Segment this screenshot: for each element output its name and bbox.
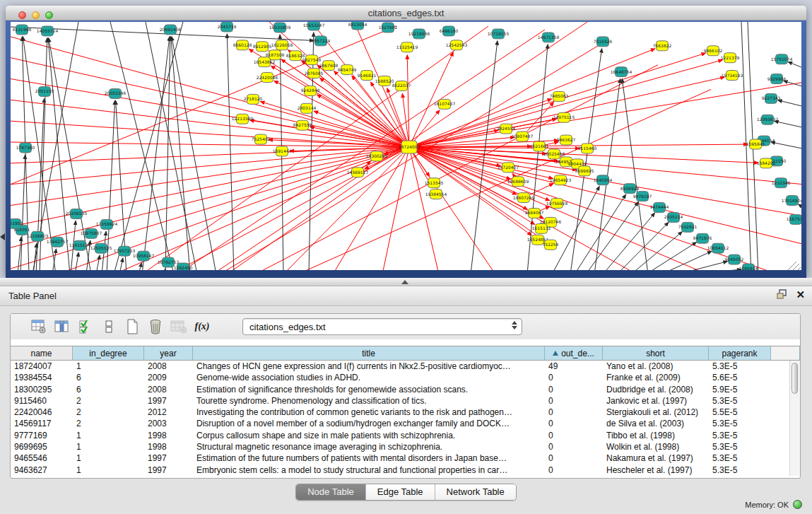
graph-edge bbox=[172, 37, 216, 270]
cell-short: Franke et al. (2009) bbox=[603, 372, 709, 383]
cell-title: Genome-wide association studies in ADHD. bbox=[193, 372, 545, 383]
new-column-icon[interactable] bbox=[124, 319, 141, 334]
cell-year: 1998 bbox=[144, 430, 193, 441]
memory-status-icon[interactable] bbox=[793, 500, 802, 509]
table-toolbar: f(x)citations_edges.txt bbox=[11, 314, 800, 339]
tab-node-table[interactable]: Node Table bbox=[296, 484, 366, 500]
graph-edge bbox=[775, 121, 801, 128]
column-header-name[interactable]: name bbox=[11, 346, 73, 360]
graph-node-label: 18226058 bbox=[271, 42, 293, 47]
cell-name: 9699695 bbox=[11, 441, 73, 452]
window-titlebar[interactable]: citations_edges.txt bbox=[6, 6, 806, 21]
table-vertical-scrollbar[interactable] bbox=[789, 361, 800, 476]
cell-pagerank: 5.3E-5 bbox=[709, 452, 771, 464]
table-row[interactable]: 911546021997Tourette syndrome. Phenomeno… bbox=[11, 395, 800, 407]
close-panel-icon[interactable]: ✕ bbox=[796, 289, 805, 300]
table-selector-value: citations_edges.txt bbox=[243, 322, 522, 332]
cell-year: 1997 bbox=[144, 395, 193, 407]
column-header-short[interactable]: short bbox=[603, 346, 709, 360]
cell-pagerank: 5.3E-5 bbox=[709, 395, 771, 407]
graph-node-label: 1513545 bbox=[425, 180, 444, 185]
scrollbar-thumb[interactable] bbox=[792, 363, 798, 394]
divider-handle-icon[interactable] bbox=[401, 280, 408, 284]
tab-edge-table[interactable]: Edge Table bbox=[366, 484, 435, 500]
graph-node-label: 10719155 bbox=[488, 31, 510, 36]
float-window-icon[interactable] bbox=[777, 289, 787, 300]
graph-node-label: 1292450 bbox=[174, 265, 193, 270]
graph-node-label: 12505135 bbox=[90, 245, 112, 250]
table-row[interactable]: 977716911998Corpus callosum shape and si… bbox=[11, 430, 800, 441]
column-header-year[interactable]: year bbox=[144, 346, 193, 360]
cell-title: Corpus callosum shape and size in male p… bbox=[193, 430, 545, 441]
graph-node-label: 8660128 bbox=[233, 42, 252, 47]
window-title: citations_edges.txt bbox=[6, 8, 806, 18]
show-columns-icon[interactable] bbox=[54, 319, 71, 334]
column-header-title[interactable]: title bbox=[193, 346, 545, 360]
column-header-out_de[interactable]: out_de... bbox=[545, 346, 603, 360]
graph-node-label: 9474444 bbox=[650, 205, 669, 210]
cell-in_degree: 2 bbox=[73, 407, 144, 418]
graph-node-label: 1588520 bbox=[375, 78, 394, 83]
graph-node-label: 19734193 bbox=[722, 73, 743, 78]
graph-node-label: 12542543 bbox=[446, 42, 468, 47]
table-selector-dropdown[interactable]: citations_edges.txt bbox=[242, 318, 522, 335]
graph-node-label: 10688609 bbox=[507, 179, 529, 184]
graph-node-label: 16782753 bbox=[158, 259, 180, 264]
graph-node-label: 17016504 bbox=[782, 198, 801, 203]
table-row[interactable]: 1456911722003Disruption of a novel membe… bbox=[11, 418, 800, 429]
function-builder-icon[interactable]: f(x) bbox=[194, 319, 211, 334]
collapse-panel-icon[interactable] bbox=[0, 233, 5, 240]
cell-short: Nakamura et al. (1997) bbox=[603, 452, 709, 464]
graph-edge bbox=[163, 269, 165, 270]
delete-column-icon[interactable] bbox=[147, 319, 164, 334]
cell-short: Dudbridge et al. (2008) bbox=[603, 384, 709, 395]
panel-divider[interactable] bbox=[0, 278, 812, 286]
cell-name: 9463627 bbox=[11, 465, 73, 476]
graph-node-label: 9479197 bbox=[633, 194, 652, 199]
cell-pagerank: 5.3E-5 bbox=[709, 465, 771, 476]
citation-network-graph[interactable]: 8131998140557242069140620437191603380910… bbox=[11, 22, 801, 270]
cell-title: Estimation of significance thresholds fo… bbox=[193, 384, 545, 395]
graph-node-label: 9227343 bbox=[762, 95, 781, 100]
graph-edge bbox=[11, 37, 409, 147]
graph-edge bbox=[110, 22, 174, 270]
graph-node-label: 9242848 bbox=[301, 88, 320, 93]
graph-node-label: 1787360 bbox=[16, 145, 35, 150]
graph-node-label: 10958147 bbox=[133, 253, 155, 258]
clear-selection-icon[interactable] bbox=[100, 319, 117, 334]
graph-node-label: 7485063 bbox=[550, 93, 569, 98]
cell-out_de: 0 bbox=[545, 441, 603, 452]
graph-edge bbox=[382, 147, 409, 270]
table-row[interactable]: 1872400712008Changes of HCN gene express… bbox=[11, 361, 800, 372]
graph-node-label: 20053346 bbox=[105, 90, 126, 95]
table-row[interactable]: 1938455462009Genome-wide association stu… bbox=[11, 372, 800, 383]
graph-node-label: 9463627 bbox=[557, 137, 576, 142]
cell-year: 1997 bbox=[144, 452, 193, 464]
table-row[interactable]: 946554611997Estimation of the future num… bbox=[11, 452, 800, 464]
table-mode-icon[interactable] bbox=[30, 319, 47, 334]
tab-network-table[interactable]: Network Table bbox=[435, 484, 516, 500]
graph-node-label: 10654112 bbox=[707, 245, 729, 250]
network-view-window: citations_edges.txt 81319981405572420691… bbox=[6, 6, 806, 278]
graph-edge bbox=[171, 37, 190, 270]
table-row[interactable]: 946362711997Embryonic stem cells: a mode… bbox=[11, 465, 800, 476]
dropdown-stepper-icon[interactable] bbox=[512, 321, 517, 329]
graph-node-label: 7515526 bbox=[594, 39, 613, 44]
graph-node-label: 9115460 bbox=[578, 146, 597, 151]
table-row[interactable]: 2242004622012Investigating the contribut… bbox=[11, 407, 800, 418]
network-view-frame: 8131998140557242069140620437191603380910… bbox=[6, 21, 806, 278]
table-row[interactable]: 1830029562008Estimation of significance … bbox=[11, 384, 800, 395]
graph-node-label: 7525402 bbox=[252, 136, 271, 141]
cell-in_degree: 1 bbox=[73, 465, 144, 476]
cell-title: Estimation of the future numbers of pati… bbox=[193, 452, 545, 464]
cell-title: Embryonic stem cells: a model to study s… bbox=[193, 465, 545, 476]
column-header-in_degree[interactable]: in_degree bbox=[73, 346, 144, 360]
select-all-icon[interactable] bbox=[77, 319, 94, 334]
graph-node-label: 19218586 bbox=[408, 31, 430, 36]
network-canvas[interactable]: 8131998140557242069140620437191603380910… bbox=[11, 22, 801, 270]
table-row[interactable]: 969969511998Structural magnetic resonanc… bbox=[11, 441, 800, 452]
column-header-pagerank[interactable]: pagerank bbox=[709, 346, 771, 360]
graph-node-label: 1095814 bbox=[739, 266, 758, 270]
graph-edge bbox=[11, 147, 409, 247]
cell-year: 2012 bbox=[144, 407, 193, 418]
